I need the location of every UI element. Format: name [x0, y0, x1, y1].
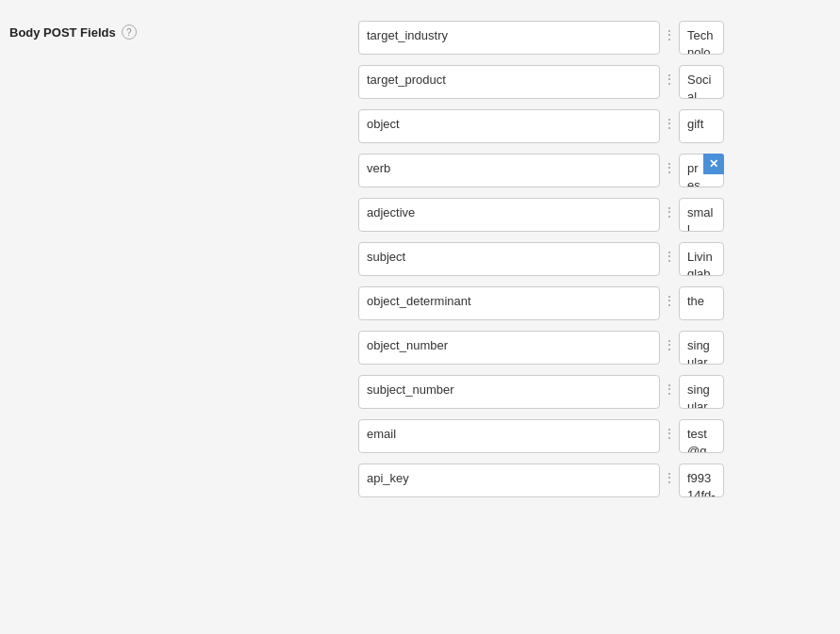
field-value-api_key — [679, 463, 724, 500]
page-container: Body POST Fields ? ⋮⋮⋮⋮✕⋮⋮⋮⋮⋮⋮⋮ — [0, 0, 840, 634]
drag-handle-icon[interactable]: ⋮ — [660, 427, 679, 440]
help-icon[interactable]: ? — [122, 24, 137, 40]
field-key-target_product — [358, 65, 660, 102]
field-row: ⋮✕ — [358, 154, 724, 190]
drag-handle-icon[interactable]: ⋮ — [660, 205, 679, 219]
field-value-input-api_key[interactable] — [679, 463, 724, 497]
field-row: ⋮ — [358, 463, 724, 500]
field-row: ⋮ — [358, 109, 724, 146]
field-key-input-object_number[interactable] — [358, 331, 660, 365]
field-value-target_industry — [679, 21, 724, 57]
section-label: Body POST Fields — [9, 25, 116, 40]
drag-handle-icon[interactable]: ⋮ — [660, 117, 679, 130]
field-key-subject_number — [358, 375, 660, 412]
field-key-adjective — [358, 198, 660, 235]
field-row: ⋮ — [358, 242, 724, 279]
field-key-input-target_industry[interactable] — [358, 21, 660, 55]
field-value-input-target_industry[interactable] — [679, 21, 724, 55]
drag-handle-icon[interactable]: ⋮ — [660, 382, 679, 396]
drag-handle-icon[interactable]: ⋮ — [660, 161, 679, 174]
drag-handle-icon[interactable]: ⋮ — [660, 471, 679, 484]
field-value-input-adjective[interactable] — [679, 198, 724, 232]
field-key-input-email[interactable] — [358, 419, 660, 453]
field-row: ⋮ — [358, 419, 724, 456]
field-key-input-object_determinant[interactable] — [358, 286, 660, 320]
field-value-object_determinant — [679, 286, 724, 323]
field-value-input-object_number[interactable] — [679, 331, 724, 365]
field-value-input-target_product[interactable] — [679, 65, 724, 99]
field-key-input-target_product[interactable] — [358, 65, 660, 99]
field-value-adjective — [679, 198, 724, 235]
field-value-input-subject_number[interactable] — [679, 375, 724, 409]
field-value-verb: ✕ — [679, 154, 724, 190]
drag-handle-icon[interactable]: ⋮ — [660, 28, 679, 41]
field-row: ⋮ — [358, 375, 724, 412]
field-key-subject — [358, 242, 660, 279]
field-value-subject — [679, 242, 724, 279]
field-row: ⋮ — [358, 286, 724, 323]
field-key-object — [358, 109, 660, 146]
field-key-input-verb[interactable] — [358, 154, 660, 187]
field-row: ⋮ — [358, 331, 724, 367]
field-key-input-api_key[interactable] — [358, 463, 660, 497]
section-header: Body POST Fields ? — [0, 17, 179, 47]
field-value-input-email[interactable] — [679, 419, 724, 453]
clear-button[interactable]: ✕ — [703, 154, 724, 174]
field-key-input-subject_number[interactable] — [358, 375, 660, 409]
field-row: ⋮ — [358, 65, 724, 102]
field-key-verb — [358, 154, 660, 190]
fields-container: ⋮⋮⋮⋮✕⋮⋮⋮⋮⋮⋮⋮ — [358, 17, 743, 512]
field-value-object — [679, 109, 724, 146]
field-row: ⋮ — [358, 21, 724, 57]
field-value-input-subject[interactable] — [679, 242, 724, 276]
field-value-subject_number — [679, 375, 724, 412]
drag-handle-icon[interactable]: ⋮ — [660, 250, 679, 263]
field-value-object_number — [679, 331, 724, 367]
drag-handle-icon[interactable]: ⋮ — [660, 73, 679, 86]
field-key-target_industry — [358, 21, 660, 57]
field-key-input-subject[interactable] — [358, 242, 660, 276]
field-key-object_determinant — [358, 286, 660, 323]
field-value-target_product — [679, 65, 724, 102]
drag-handle-icon[interactable]: ⋮ — [660, 294, 679, 307]
field-key-api_key — [358, 463, 660, 500]
field-value-input-object[interactable] — [679, 109, 724, 143]
field-row: ⋮ — [358, 198, 724, 235]
field-key-object_number — [358, 331, 660, 367]
field-value-input-object_determinant[interactable] — [679, 286, 724, 320]
drag-handle-icon[interactable]: ⋮ — [660, 338, 679, 351]
field-key-input-adjective[interactable] — [358, 198, 660, 232]
field-key-email — [358, 419, 660, 456]
field-value-email — [679, 419, 724, 456]
field-key-input-object[interactable] — [358, 109, 660, 143]
